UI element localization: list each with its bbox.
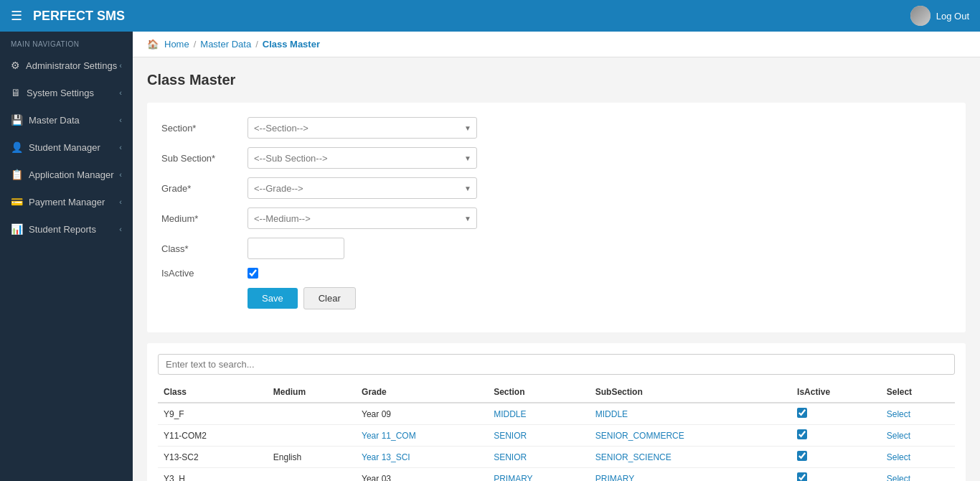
chevron-icon-6: ‹ (119, 197, 122, 206)
student-icon: 👤 (11, 141, 23, 153)
breadcrumb-master-data[interactable]: Master Data (200, 39, 251, 50)
page-title: Class Master (147, 72, 966, 88)
chevron-icon-3: ‹ (119, 116, 122, 124)
grade-select[interactable]: <--Grade--> (248, 177, 477, 199)
cell-class: Y9_F (158, 403, 268, 425)
isactive-cb-0[interactable] (797, 408, 807, 418)
grade-select-wrapper: <--Grade--> (248, 177, 477, 199)
sidebar-label-student: Student Manager (29, 142, 100, 153)
cell-grade: Year 13_SCI (356, 447, 488, 468)
table-row: Y11-COM2 Year 11_COM SENIOR SENIOR_COMME… (158, 425, 955, 447)
reports-icon: 📊 (11, 223, 23, 235)
select-link-2[interactable]: Select (887, 452, 910, 462)
cell-medium (268, 425, 356, 447)
cell-subsection: SENIOR_COMMERCE (590, 425, 791, 447)
class-master-form: Section* <--Section--> Sub Section* <--S… (147, 103, 966, 332)
sidebar-label-master: Master Data (29, 115, 80, 126)
class-table: Class Medium Grade Section SubSection Is… (158, 382, 955, 481)
class-label: Class* (161, 243, 248, 254)
isactive-label: IsActive (161, 268, 248, 279)
select-link-0[interactable]: Select (887, 409, 910, 419)
monitor-icon: 🖥 (11, 87, 21, 98)
isactive-checkbox[interactable] (248, 268, 258, 279)
payment-icon: 💳 (11, 196, 23, 207)
button-row: Save Clear (161, 287, 951, 309)
hamburger-icon[interactable]: ☰ (11, 8, 22, 24)
cell-medium (268, 403, 356, 425)
cell-section: SENIOR (488, 425, 590, 447)
grade-label: Grade* (161, 183, 248, 194)
sidebar-label-payment: Payment Manager (29, 197, 105, 207)
isactive-cb-3[interactable] (797, 472, 807, 481)
cell-class: Y13-SC2 (158, 447, 268, 468)
col-section: Section (488, 382, 590, 403)
section-select-wrapper: <--Section--> (248, 117, 477, 139)
section-row: Section* <--Section--> (161, 117, 951, 139)
section-select[interactable]: <--Section--> (248, 117, 477, 139)
chevron-icon-5: ‹ (119, 170, 122, 179)
isactive-cb-1[interactable] (797, 429, 807, 439)
col-grade: Grade (356, 382, 488, 403)
sub-section-select[interactable]: <--Sub Section--> (248, 147, 477, 169)
sidebar-item-student-reports[interactable]: 📊 Student Reports ‹ (0, 215, 133, 243)
cell-subsection: MIDDLE (590, 403, 791, 425)
sidebar-label-admin: Administrator Settings (26, 60, 117, 71)
data-icon: 💾 (11, 114, 23, 126)
cell-section: SENIOR (488, 447, 590, 468)
chevron-icon-4: ‹ (119, 143, 122, 151)
isactive-cb-2[interactable] (797, 451, 807, 461)
breadcrumb-home[interactable]: Home (164, 39, 189, 50)
class-row: Class* (161, 238, 951, 259)
cell-medium: English (268, 447, 356, 468)
medium-row: Medium* <--Medium--> (161, 207, 951, 229)
cell-class: Y3_H (158, 468, 268, 482)
sidebar-item-master-data[interactable]: 💾 Master Data ‹ (0, 106, 133, 134)
table-header-row: Class Medium Grade Section SubSection Is… (158, 382, 955, 403)
app-title: PERFECT SMS (33, 9, 125, 24)
class-input[interactable] (248, 238, 344, 259)
medium-select[interactable]: <--Medium--> (248, 207, 477, 229)
sidebar-item-system-settings[interactable]: 🖥 System Settings ‹ (0, 79, 133, 106)
cell-select: Select (881, 447, 955, 468)
breadcrumb-current: Class Master (263, 39, 320, 50)
table-row: Y9_F Year 09 MIDDLE MIDDLE Select (158, 403, 955, 425)
sidebar-label-system: System Settings (27, 88, 94, 98)
sidebar-item-payment-manager[interactable]: 💳 Payment Manager ‹ (0, 188, 133, 215)
select-link-1[interactable]: Select (887, 431, 910, 441)
col-select: Select (881, 382, 955, 403)
sidebar-item-application-manager[interactable]: 📋 Application Manager ‹ (0, 161, 133, 188)
logout-button[interactable]: Log Out (936, 11, 969, 22)
sidebar-item-admin-settings[interactable]: ⚙ Administrator Settings ‹ (0, 52, 133, 79)
select-link-3[interactable]: Select (887, 474, 910, 482)
cell-grade: Year 03 (356, 468, 488, 482)
medium-label: Medium* (161, 213, 248, 224)
sidebar-nav-label: MAIN NAVIGATION (0, 32, 133, 52)
sidebar: MAIN NAVIGATION ⚙ Administrator Settings… (0, 32, 133, 481)
cell-select: Select (881, 468, 955, 482)
save-button[interactable]: Save (248, 288, 298, 309)
col-medium: Medium (268, 382, 356, 403)
chevron-icon: ‹ (119, 61, 122, 70)
cell-isactive (791, 425, 881, 447)
sidebar-item-student-manager[interactable]: 👤 Student Manager ‹ (0, 134, 133, 161)
cell-subsection: PRIMARY (590, 468, 791, 482)
main-content: 🏠 Home / Master Data / Class Master Clas… (133, 32, 980, 481)
header: ☰ PERFECT SMS Log Out (0, 0, 980, 32)
cell-medium (268, 468, 356, 482)
table-row: Y13-SC2 English Year 13_SCI SENIOR SENIO… (158, 447, 955, 468)
cell-select: Select (881, 403, 955, 425)
breadcrumb: 🏠 Home / Master Data / Class Master (133, 32, 980, 57)
cell-isactive (791, 447, 881, 468)
clear-button[interactable]: Clear (303, 287, 356, 309)
sub-section-select-wrapper: <--Sub Section--> (248, 147, 477, 169)
sub-section-label: Sub Section* (161, 153, 248, 164)
search-input[interactable] (158, 354, 955, 375)
sub-section-row: Sub Section* <--Sub Section--> (161, 147, 951, 169)
grade-row: Grade* <--Grade--> (161, 177, 951, 199)
section-label: Section* (161, 123, 248, 134)
cell-section: MIDDLE (488, 403, 590, 425)
chevron-icon-7: ‹ (119, 225, 122, 233)
cell-isactive (791, 403, 881, 425)
cell-select: Select (881, 425, 955, 447)
app-icon: 📋 (11, 169, 23, 180)
